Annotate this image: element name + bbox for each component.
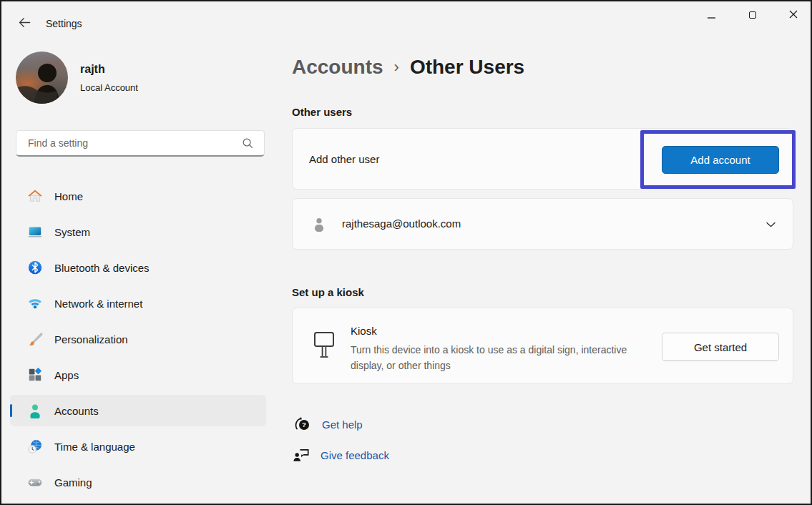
page-title: Other Users bbox=[410, 56, 524, 79]
user-name: rajth bbox=[80, 63, 105, 76]
sidebar-item-gaming[interactable]: Gaming bbox=[10, 466, 266, 498]
svg-text:?: ? bbox=[302, 421, 306, 428]
selected-indicator bbox=[10, 404, 12, 417]
get-help-label: Get help bbox=[322, 418, 363, 431]
sidebar-item-label: Bluetooth & devices bbox=[54, 262, 150, 274]
sidebar-item-apps[interactable]: Apps bbox=[10, 359, 266, 391]
sidebar-item-home[interactable]: Home bbox=[10, 180, 266, 212]
sidebar-item-time-language[interactable]: Time & language bbox=[10, 431, 266, 462]
sidebar-item-bluetooth-devices[interactable]: Bluetooth & devices bbox=[10, 252, 266, 283]
search-box[interactable] bbox=[16, 130, 265, 157]
maximize-icon bbox=[749, 11, 756, 19]
network-icon bbox=[27, 295, 43, 311]
person-icon bbox=[311, 216, 327, 232]
kiosk-icon bbox=[313, 330, 336, 363]
give-feedback-label: Give feedback bbox=[321, 449, 389, 461]
sidebar-item-label: Personalization bbox=[54, 333, 128, 345]
give-feedback-icon bbox=[290, 446, 312, 465]
personalization-icon bbox=[27, 331, 43, 347]
sidebar-item-personalization[interactable]: Personalization bbox=[10, 323, 266, 355]
user-account-type: Local Account bbox=[80, 82, 138, 93]
get-started-button[interactable]: Get started bbox=[662, 333, 779, 361]
get-help-link[interactable]: ? Get help bbox=[292, 415, 363, 434]
chevron-down-icon[interactable] bbox=[764, 217, 778, 231]
sidebar-item-label: Time & language bbox=[54, 441, 135, 453]
sidebar-item-network-internet[interactable]: Network & internet bbox=[10, 288, 266, 319]
sidebar-item-label: System bbox=[54, 226, 90, 238]
sidebar-item-label: Accounts bbox=[54, 405, 99, 417]
back-arrow-icon bbox=[17, 15, 32, 33]
get-help-icon: ? bbox=[292, 415, 313, 434]
close-button[interactable] bbox=[777, 3, 810, 27]
sidebar-item-label: Network & internet bbox=[54, 298, 142, 310]
sidebar-item-system[interactable]: System bbox=[10, 216, 266, 247]
sidebar-item-label: Apps bbox=[54, 369, 79, 381]
sidebar-item-label: Gaming bbox=[54, 476, 92, 489]
minimize-icon bbox=[708, 9, 715, 21]
back-button[interactable] bbox=[13, 13, 36, 34]
search-input[interactable] bbox=[16, 137, 242, 149]
breadcrumb-separator: › bbox=[394, 58, 399, 77]
close-icon bbox=[789, 9, 798, 21]
accounts-icon bbox=[27, 403, 43, 418]
give-feedback-link[interactable]: Give feedback bbox=[290, 446, 389, 465]
maximize-button[interactable] bbox=[736, 3, 769, 27]
sidebar-item-accounts[interactable]: Accounts bbox=[10, 395, 266, 426]
bluetooth-icon bbox=[27, 260, 43, 275]
user-avatar[interactable] bbox=[16, 52, 68, 104]
gaming-icon bbox=[27, 474, 43, 490]
account-email: rajthesaga@outlook.com bbox=[342, 217, 461, 230]
system-icon bbox=[27, 224, 43, 240]
kiosk-title: Kiosk bbox=[351, 325, 377, 337]
other-users-heading: Other users bbox=[292, 106, 352, 118]
add-account-button[interactable]: Add account bbox=[662, 146, 779, 174]
window-title: Settings bbox=[46, 18, 82, 29]
apps-icon bbox=[27, 367, 43, 383]
kiosk-description: Turn this device into a kiosk to use as … bbox=[351, 342, 658, 373]
sidebar-item-label: Home bbox=[54, 190, 83, 202]
time-language-icon bbox=[27, 438, 43, 454]
home-icon bbox=[27, 188, 43, 204]
sidebar-nav: Home System Bluetooth & devices Network … bbox=[10, 180, 266, 502]
search-icon bbox=[242, 137, 254, 149]
breadcrumb: Accounts › Other Users bbox=[292, 56, 524, 79]
breadcrumb-accounts[interactable]: Accounts bbox=[292, 56, 383, 79]
kiosk-section-heading: Set up a kiosk bbox=[292, 286, 364, 298]
add-other-user-label: Add other user bbox=[309, 153, 379, 165]
minimize-button[interactable] bbox=[695, 3, 728, 27]
